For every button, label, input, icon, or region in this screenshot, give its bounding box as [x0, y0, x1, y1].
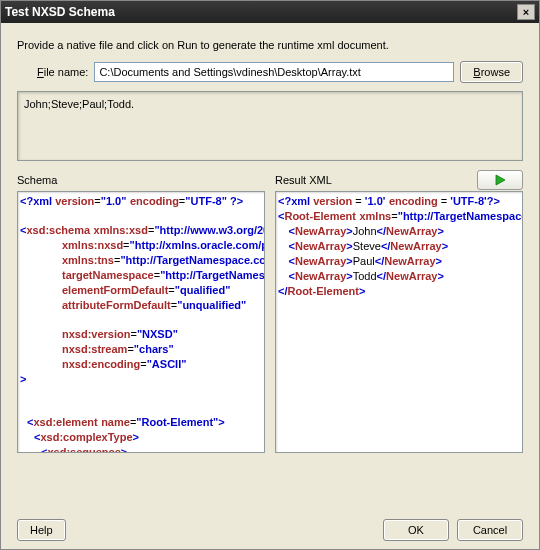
file-row: File name: Browse	[17, 61, 523, 83]
file-content-box[interactable]: John;Steve;Paul;Todd.	[17, 91, 523, 161]
window-title: Test NXSD Schema	[5, 5, 115, 19]
cancel-button[interactable]: Cancel	[457, 519, 523, 541]
instruction-text: Provide a native file and click on Run t…	[17, 39, 523, 51]
file-name-input[interactable]	[94, 62, 454, 82]
result-panel: Result XML <?xml version = '1.0' encodin…	[275, 169, 523, 453]
schema-panel: Schema <?xml version="1.0" encoding="UTF…	[17, 169, 265, 453]
help-button[interactable]: Help	[17, 519, 66, 541]
schema-code-box[interactable]: <?xml version="1.0" encoding="UTF-8" ?> …	[17, 191, 265, 453]
ok-button[interactable]: OK	[383, 519, 449, 541]
result-label: Result XML	[275, 174, 332, 186]
result-code: <?xml version = '1.0' encoding = 'UTF-8'…	[278, 194, 522, 299]
run-button[interactable]	[477, 170, 523, 190]
file-content-text: John;Steve;Paul;Todd.	[24, 98, 134, 110]
close-icon: ×	[523, 6, 529, 18]
schema-label: Schema	[17, 174, 57, 186]
result-code-box[interactable]: <?xml version = '1.0' encoding = 'UTF-8'…	[275, 191, 523, 453]
browse-button[interactable]: Browse	[460, 61, 523, 83]
file-label: File name:	[37, 66, 88, 78]
titlebar: Test NXSD Schema ×	[1, 1, 539, 23]
svg-marker-0	[496, 175, 505, 185]
play-icon	[494, 174, 506, 186]
schema-code: <?xml version="1.0" encoding="UTF-8" ?> …	[20, 194, 264, 453]
close-button[interactable]: ×	[517, 4, 535, 20]
